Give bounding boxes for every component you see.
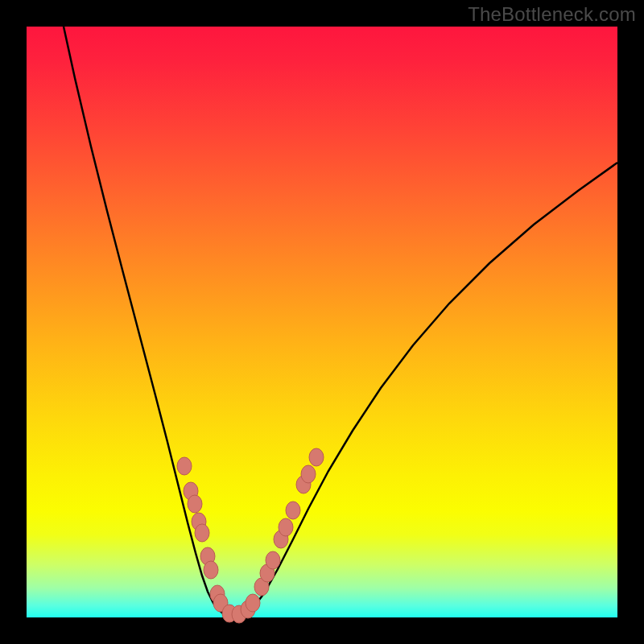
chart-frame: TheBottleneck.com — [0, 0, 644, 644]
marker-point — [301, 465, 316, 483]
marker-point — [309, 448, 324, 466]
marker-point — [188, 495, 202, 513]
marker-point — [204, 561, 218, 579]
marker-point — [266, 551, 280, 569]
marker-point — [279, 518, 293, 536]
marker-point — [177, 457, 192, 475]
marker-point — [286, 502, 300, 519]
marker-point — [195, 524, 209, 542]
curve-group — [64, 27, 617, 617]
chart-svg — [27, 27, 617, 617]
marker-point — [246, 594, 260, 612]
watermark-text: TheBottleneck.com — [468, 3, 636, 26]
marker-group — [177, 448, 324, 623]
plot-area — [27, 27, 617, 617]
curve-right — [234, 163, 617, 617]
